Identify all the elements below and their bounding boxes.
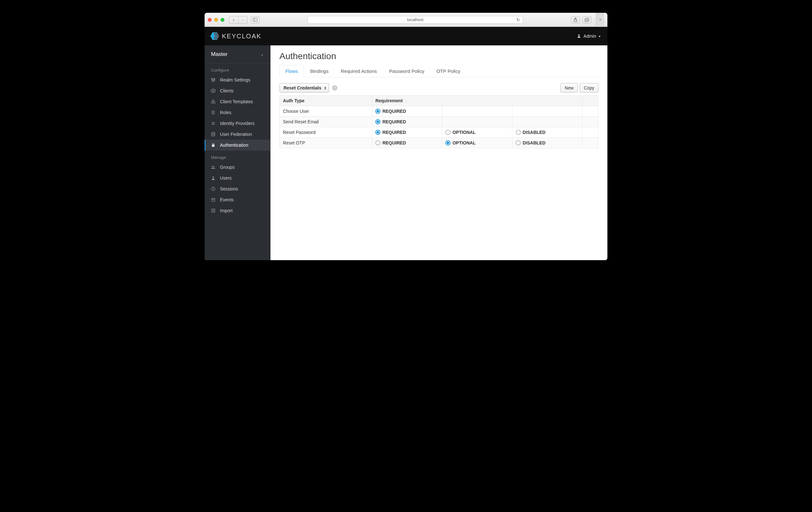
tab-label: Password Policy: [389, 68, 424, 74]
sidebar-item-user-federation[interactable]: User Federation: [205, 129, 270, 140]
actions-cell: [582, 127, 599, 138]
help-icon[interactable]: ?: [332, 85, 337, 90]
user-menu[interactable]: Admin ▾: [577, 34, 600, 39]
brand-text: KEYCLOAK: [222, 33, 261, 40]
sidebar-item-sessions[interactable]: Sessions: [205, 183, 270, 194]
url-text: localhost: [407, 17, 423, 22]
forward-button[interactable]: ›: [238, 16, 247, 23]
close-window-icon[interactable]: [208, 18, 212, 22]
req-label: REQUIRED: [382, 119, 406, 124]
req-label: REQUIRED: [382, 109, 406, 114]
browser-window: ‹ › localhost ↻ ＋: [205, 13, 607, 260]
sidebar-item-authentication[interactable]: Authentication: [205, 140, 270, 151]
sidebar-item-client-templates[interactable]: Client Templates: [205, 96, 270, 107]
maximize-window-icon[interactable]: [221, 18, 225, 22]
radio-required[interactable]: [375, 130, 380, 135]
radio-required[interactable]: [375, 119, 380, 124]
sliders-icon: [210, 78, 216, 82]
tab-otp-policy[interactable]: OTP Policy: [430, 65, 466, 77]
svg-rect-3: [585, 19, 588, 22]
share-button[interactable]: [571, 16, 580, 23]
url-bar[interactable]: localhost ↻: [308, 16, 523, 24]
auth-type-cell: Choose User: [280, 106, 372, 117]
svg-point-22: [212, 176, 214, 178]
section-manage-label: Manage: [205, 151, 270, 162]
window-controls: [208, 18, 225, 22]
req-label: DISABLED: [523, 130, 546, 135]
sidebar-toggle-button[interactable]: [251, 16, 260, 23]
svg-point-18: [212, 132, 215, 133]
brand-logo[interactable]: KEYCLOAK: [210, 32, 261, 40]
sidebar-item-clients[interactable]: Clients: [205, 85, 270, 96]
tabs-button[interactable]: [582, 16, 591, 23]
actions-cell: [582, 117, 599, 127]
col-auth-type: Auth Type: [280, 96, 372, 106]
exchange-icon: [210, 121, 216, 126]
page-title: Authentication: [280, 51, 599, 61]
svg-point-21: [213, 166, 214, 167]
browser-chrome: ‹ › localhost ↻ ＋: [205, 13, 607, 27]
flow-table: Auth Type Requirement Choose User REQUIR…: [280, 95, 599, 148]
radio-disabled[interactable]: [516, 140, 521, 145]
svg-point-20: [212, 166, 213, 167]
sidebar-item-groups[interactable]: Groups: [205, 162, 270, 173]
nav-buttons: ‹ ›: [229, 16, 248, 24]
sidebar-item-label: Import: [220, 208, 233, 213]
radio-disabled[interactable]: [516, 130, 521, 135]
col-requirement: Requirement: [372, 96, 582, 106]
radio-required[interactable]: [375, 109, 380, 114]
sidebar-item-events[interactable]: Events: [205, 194, 270, 205]
sidebar-item-users[interactable]: Users: [205, 173, 270, 183]
section-configure-label: Configure: [205, 63, 270, 74]
radio-required[interactable]: [375, 140, 380, 145]
svg-rect-19: [212, 145, 214, 147]
realm-selector[interactable]: Master ⌄: [205, 46, 270, 63]
list-icon: [210, 110, 216, 115]
empty-cell: [442, 117, 512, 127]
empty-cell: [512, 117, 582, 127]
auth-type-cell: Reset Password: [280, 127, 372, 138]
tab-required-actions[interactable]: Required Actions: [335, 65, 383, 77]
table-row: Choose User REQUIRED: [280, 106, 599, 117]
svg-point-8: [578, 34, 580, 36]
sidebar-item-realm-settings[interactable]: Realm Settings: [205, 74, 270, 85]
new-tab-button[interactable]: ＋: [596, 13, 604, 27]
chevron-down-icon: ⌄: [261, 52, 264, 57]
auth-type-cell: Reset OTP: [280, 138, 372, 148]
svg-point-14: [214, 79, 215, 80]
realm-name: Master: [211, 51, 228, 58]
user-icon: [210, 176, 216, 180]
radio-optional[interactable]: [445, 140, 451, 145]
svg-rect-0: [253, 18, 257, 22]
sidebar-item-roles[interactable]: Roles: [205, 107, 270, 118]
flow-select[interactable]: Reset Credentials ▴▾: [280, 83, 329, 93]
tab-password-policy[interactable]: Password Policy: [383, 65, 430, 77]
svg-point-13: [213, 80, 214, 81]
sidebar-item-label: Client Templates: [220, 99, 253, 104]
tab-flows[interactable]: Flows: [280, 65, 304, 77]
tab-label: Bindings: [310, 68, 329, 74]
copy-button[interactable]: Copy: [580, 83, 599, 93]
radio-optional[interactable]: [445, 130, 451, 135]
empty-cell: [512, 106, 582, 117]
calendar-icon: [210, 198, 216, 202]
app-body: Master ⌄ Configure Realm Settings Client…: [205, 46, 607, 260]
sidebar-item-label: Events: [220, 197, 234, 202]
svg-rect-4: [586, 18, 589, 21]
sidebar-item-import[interactable]: Import: [205, 205, 270, 216]
req-label: OPTIONAL: [452, 130, 475, 135]
col-actions: [582, 96, 599, 106]
button-label: Copy: [584, 85, 594, 90]
table-row: Reset Password REQUIRED OPTIONAL DISABLE…: [280, 127, 599, 138]
req-label: REQUIRED: [382, 130, 406, 135]
tab-bindings[interactable]: Bindings: [304, 65, 335, 77]
minimize-window-icon[interactable]: [214, 18, 218, 22]
req-label: OPTIONAL: [452, 140, 475, 145]
back-button[interactable]: ‹: [229, 16, 238, 23]
sidebar-item-identity-providers[interactable]: Identity Providers: [205, 118, 270, 129]
svg-point-12: [212, 79, 212, 80]
sidebar-item-label: Realm Settings: [220, 77, 250, 83]
flow-toolbar: Reset Credentials ▴▾ ? New Copy: [280, 83, 599, 93]
reload-icon[interactable]: ↻: [516, 17, 520, 22]
new-button[interactable]: New: [560, 83, 578, 93]
